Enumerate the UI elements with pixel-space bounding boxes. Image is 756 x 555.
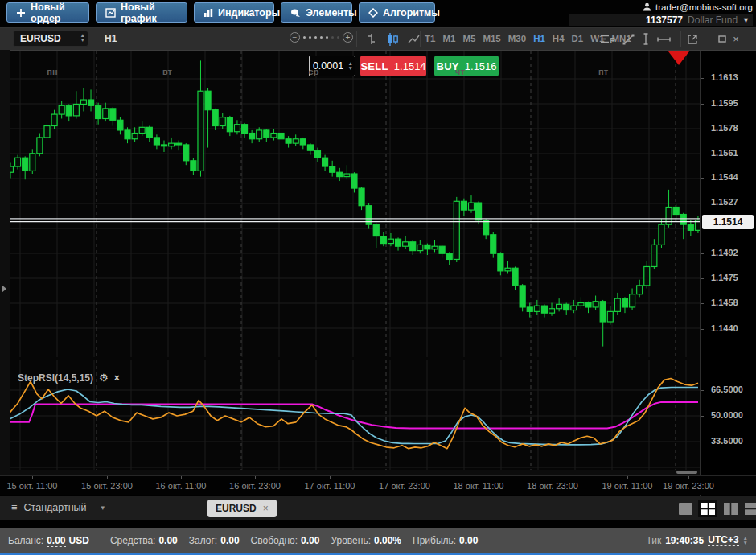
candle-body (557, 304, 562, 308)
candle-body (10, 166, 14, 172)
symbol-spinner-icon[interactable]: ▲▼ (80, 33, 85, 43)
chart-tab-bar: ≡ Стандартный ▾ EURUSD × (0, 496, 756, 520)
candle-body (432, 246, 438, 249)
zoom-out-button[interactable]: − (290, 32, 300, 43)
candle-body (314, 150, 320, 158)
timeframe-d1[interactable]: D1 (572, 34, 584, 43)
balance-value[interactable]: 0.00 (47, 535, 65, 547)
candle-body (293, 139, 298, 143)
line-chart-button[interactable] (405, 31, 421, 47)
indicators-button[interactable]: Индикаторы (194, 2, 274, 23)
candle-body (622, 298, 627, 307)
price-axis-label: 1.1595 (711, 98, 738, 108)
timeframe-h1[interactable]: H1 (533, 34, 545, 43)
candle-body (198, 91, 203, 171)
workspace-preset-select[interactable]: ≡ Стандартный ▾ (11, 501, 105, 513)
svg-text:F: F (610, 36, 615, 44)
layout-single-button[interactable] (676, 500, 695, 517)
profit-item: Прибыль:0.00 (413, 535, 478, 546)
diamond-icon (368, 8, 378, 18)
layout-horizontal-split-button[interactable] (742, 500, 756, 517)
candle-body (680, 215, 686, 225)
indicator-close-icon[interactable]: × (114, 372, 120, 384)
elements-button[interactable]: Элементы (281, 2, 352, 23)
account-email: trader@mobius-soft.org (655, 2, 753, 12)
candle-body (659, 224, 664, 245)
price-axis[interactable]: 1.1514 1.16131.15951.15781.15611.15441.1… (700, 51, 756, 497)
ohlc-bars-chart-button[interactable] (364, 31, 380, 47)
chart-window-icon (105, 8, 116, 18)
equity-item: Средства:0.00 (110, 535, 178, 546)
tick-time: 19:40:35 (665, 535, 704, 546)
new-order-button[interactable]: Новый ордер (6, 2, 89, 23)
symbol-select[interactable]: EURUSD ▲▼ (13, 31, 88, 47)
candlestick-chart[interactable] (10, 51, 700, 357)
vertical-line-icon[interactable] (640, 31, 651, 47)
candle-body (380, 236, 386, 244)
time-axis-label: 18 окт. 23:00 (527, 481, 578, 491)
timeframe-m30[interactable]: M30 (508, 34, 526, 43)
sell-button[interactable]: SELL 1.1514 (360, 56, 426, 76)
horizontal-scrollbar[interactable] (10, 470, 700, 475)
chart-grid (10, 51, 700, 357)
candle-body (564, 304, 569, 310)
timezone-value[interactable]: UTC+3 (708, 534, 738, 546)
trading-terminal: Новый ордер Новый график Индикаторы Элем… (0, 0, 756, 555)
maximize-icon[interactable] (717, 31, 728, 47)
candle-body (205, 91, 211, 109)
indicator-axis-label: 50.0000 (711, 410, 743, 420)
status-bar: Баланс:0.00USD Средства:0.00 Залог:0.00 … (0, 528, 756, 555)
account-widget[interactable]: trader@mobius-soft.org 1137577 Dollar Fu… (569, 1, 753, 26)
margin-level-item: Уровень:0.00% (331, 535, 401, 546)
candle-body (307, 145, 313, 150)
price-axis-label: 1.1578 (711, 123, 738, 133)
timezone-spinner-icon[interactable]: ▲▼ (743, 536, 748, 545)
candle-body (161, 145, 166, 146)
candle-body (212, 110, 218, 126)
candle-body (454, 201, 459, 259)
timeframe-h4[interactable]: H4 (553, 34, 565, 43)
close-icon[interactable]: × (730, 31, 742, 47)
candle-body (23, 158, 28, 171)
zoom-in-button[interactable]: + (343, 32, 353, 43)
timeframe-m1[interactable]: M1 (442, 34, 455, 43)
candlestick-chart-button[interactable] (384, 31, 401, 47)
candle-body (257, 130, 262, 139)
timeframe-m5[interactable]: M5 (462, 34, 475, 43)
trendline-icon[interactable] (621, 31, 635, 47)
candle-body (344, 174, 350, 177)
indicator-settings-gear-icon[interactable]: ⚙ (99, 372, 109, 384)
candle-body (169, 143, 175, 146)
candle-body (585, 303, 591, 307)
detach-window-icon[interactable] (685, 31, 700, 47)
candle-body (571, 306, 577, 310)
left-panel-strip (0, 50, 10, 495)
margin-item: Залог:0.00 (189, 535, 240, 546)
candle-body (59, 105, 64, 114)
candle-body (103, 109, 109, 119)
volume-spinner-icon[interactable]: ▲▼ (348, 61, 353, 71)
scrollbar-handle[interactable] (676, 471, 697, 474)
indicator-list-icon[interactable]: F (598, 31, 616, 47)
sell-label: SELL (360, 60, 388, 72)
candle-body (176, 143, 182, 145)
free-margin-item: Свободно:0.00 (251, 535, 320, 546)
horizontal-line-icon[interactable] (655, 31, 672, 47)
panel-expander-arrow-icon[interactable] (2, 285, 6, 293)
timeframe-t1[interactable]: T1 (425, 34, 435, 43)
layout-grid-button[interactable] (698, 500, 717, 517)
day-of-week-label: ср (309, 67, 319, 76)
algorithms-button[interactable]: Алгоритмы (359, 2, 435, 23)
tab-close-icon[interactable]: × (263, 503, 269, 514)
timeframe-m15[interactable]: M15 (483, 34, 500, 43)
layout-vertical-split-button[interactable] (721, 500, 740, 517)
elements-label: Элементы (306, 7, 357, 18)
toolbar-separator (420, 31, 421, 47)
new-chart-button[interactable]: Новый график (96, 2, 187, 23)
time-axis[interactable]: 15 окт. 11:0015 окт. 23:0016 окт. 11:001… (0, 475, 756, 495)
buy-button[interactable]: BUY 1.1516 (434, 56, 499, 76)
candle-body (117, 120, 123, 130)
candle-body (73, 104, 79, 115)
minimize-icon[interactable]: − (704, 31, 715, 47)
tab-eurusd[interactable]: EURUSD × (207, 500, 277, 517)
